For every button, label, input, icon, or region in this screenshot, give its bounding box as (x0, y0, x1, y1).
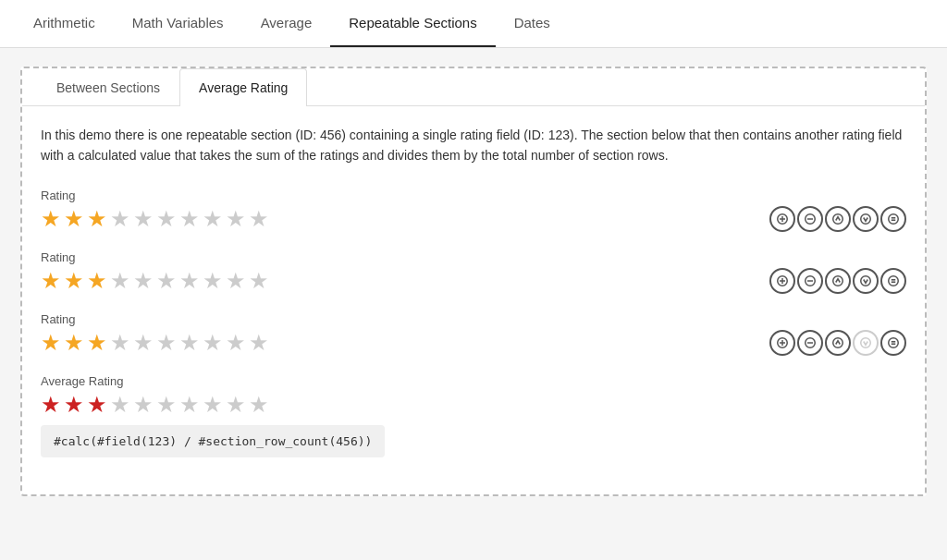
tab-average-rating[interactable]: Average Rating (179, 68, 307, 106)
rating-row-2: Rating ★ ★ ★ ★ ★ ★ ★ ★ ★ ★ (41, 250, 906, 294)
star-1-3[interactable]: ★ (87, 206, 107, 232)
rating-row-3: Rating ★ ★ ★ ★ ★ ★ ★ ★ ★ ★ (41, 312, 906, 356)
rating-label-3: Rating (41, 312, 906, 326)
formula-box: #calc(#field(123) / #section_row_count(4… (41, 425, 385, 457)
row-controls-1 (769, 206, 906, 232)
tab-math-variables[interactable]: Math Variables (114, 0, 242, 47)
rating-with-controls-1: ★ ★ ★ ★ ★ ★ ★ ★ ★ ★ (41, 206, 906, 232)
star-2-10[interactable]: ★ (249, 268, 269, 294)
star-2-7[interactable]: ★ (179, 268, 200, 294)
remove-row-button-3[interactable] (797, 330, 823, 356)
move-down-button-1[interactable] (853, 206, 879, 232)
tab-repeatable-sections[interactable]: Repeatable Sections (330, 0, 495, 47)
rating-label-2: Rating (41, 250, 906, 264)
rating-row-1: Rating ★ ★ ★ ★ ★ ★ ★ ★ ★ ★ (41, 189, 906, 232)
star-3-6[interactable]: ★ (156, 330, 177, 356)
star-1-4[interactable]: ★ (110, 206, 130, 232)
inner-content: In this demo there is one repeatable sec… (22, 106, 925, 494)
stars-1[interactable]: ★ ★ ★ ★ ★ ★ ★ ★ ★ ★ (41, 206, 269, 232)
tab-between-sections[interactable]: Between Sections (37, 68, 179, 106)
star-3-4[interactable]: ★ (110, 330, 130, 356)
dashed-panel: Between Sections Average Rating In this … (20, 67, 927, 496)
star-1-1[interactable]: ★ (41, 206, 61, 232)
star-3-10[interactable]: ★ (249, 330, 269, 356)
avg-star-7: ★ (179, 392, 200, 418)
remove-row-button-1[interactable] (797, 206, 823, 232)
star-1-7[interactable]: ★ (179, 206, 200, 232)
star-3-7[interactable]: ★ (179, 330, 200, 356)
stars-3[interactable]: ★ ★ ★ ★ ★ ★ ★ ★ ★ ★ (41, 330, 269, 356)
rating-with-controls-3: ★ ★ ★ ★ ★ ★ ★ ★ ★ ★ (41, 330, 906, 356)
star-3-1[interactable]: ★ (41, 330, 61, 356)
star-2-1[interactable]: ★ (41, 268, 61, 294)
star-2-3[interactable]: ★ (87, 268, 107, 294)
menu-button-3[interactable] (880, 330, 906, 356)
remove-row-button-2[interactable] (797, 268, 823, 294)
move-up-button-1[interactable] (825, 206, 851, 232)
star-1-5[interactable]: ★ (133, 206, 154, 232)
star-2-4[interactable]: ★ (110, 268, 130, 294)
row-controls-3 (769, 330, 906, 356)
star-1-2[interactable]: ★ (64, 206, 84, 232)
main-content: Between Sections Average Rating In this … (0, 48, 947, 515)
move-up-button-2[interactable] (825, 268, 851, 294)
add-row-button-2[interactable] (769, 268, 795, 294)
rating-label-1: Rating (41, 189, 906, 202)
avg-star-4: ★ (110, 392, 130, 418)
rating-with-controls-2: ★ ★ ★ ★ ★ ★ ★ ★ ★ ★ (41, 268, 906, 294)
avg-star-2: ★ (64, 392, 84, 418)
star-2-5[interactable]: ★ (133, 268, 154, 294)
tab-arithmetic[interactable]: Arithmetic (15, 0, 114, 47)
stars-2[interactable]: ★ ★ ★ ★ ★ ★ ★ ★ ★ ★ (41, 268, 269, 294)
star-3-2[interactable]: ★ (64, 330, 84, 356)
row-controls-2 (769, 268, 906, 294)
average-rating-with-controls: ★ ★ ★ ★ ★ ★ ★ ★ ★ ★ (41, 392, 906, 418)
star-1-8[interactable]: ★ (203, 206, 223, 232)
average-rating-label: Average Rating (41, 374, 906, 388)
star-2-6[interactable]: ★ (156, 268, 177, 294)
star-2-8[interactable]: ★ (203, 268, 223, 294)
inner-tab-bar: Between Sections Average Rating (22, 68, 925, 106)
tab-dates[interactable]: Dates (496, 0, 569, 47)
add-row-button-1[interactable] (769, 206, 795, 232)
description-text: In this demo there is one repeatable sec… (41, 125, 906, 166)
star-3-9[interactable]: ★ (226, 330, 246, 356)
top-tab-bar: Arithmetic Math Variables Average Repeat… (0, 0, 947, 48)
star-2-2[interactable]: ★ (64, 268, 84, 294)
move-down-button-3 (853, 330, 879, 356)
star-3-8[interactable]: ★ (203, 330, 223, 356)
avg-star-1: ★ (41, 392, 61, 418)
move-down-button-2[interactable] (853, 268, 879, 294)
add-row-button-3[interactable] (769, 330, 795, 356)
avg-star-6: ★ (156, 392, 177, 418)
menu-button-2[interactable] (880, 268, 906, 294)
star-3-3[interactable]: ★ (87, 330, 107, 356)
star-1-6[interactable]: ★ (156, 206, 177, 232)
star-1-9[interactable]: ★ (226, 206, 246, 232)
avg-star-5: ★ (133, 392, 154, 418)
move-up-button-3[interactable] (825, 330, 851, 356)
average-rating-section: Average Rating ★ ★ ★ ★ ★ ★ ★ ★ ★ ★ (41, 374, 906, 457)
star-3-5[interactable]: ★ (133, 330, 154, 356)
average-stars: ★ ★ ★ ★ ★ ★ ★ ★ ★ ★ (41, 392, 269, 418)
avg-star-3: ★ (87, 392, 107, 418)
menu-button-1[interactable] (880, 206, 906, 232)
tab-average[interactable]: Average (242, 0, 331, 47)
avg-star-8: ★ (203, 392, 223, 418)
star-2-9[interactable]: ★ (226, 268, 246, 294)
star-1-10[interactable]: ★ (249, 206, 269, 232)
avg-star-9: ★ (226, 392, 246, 418)
avg-star-10: ★ (249, 392, 269, 418)
